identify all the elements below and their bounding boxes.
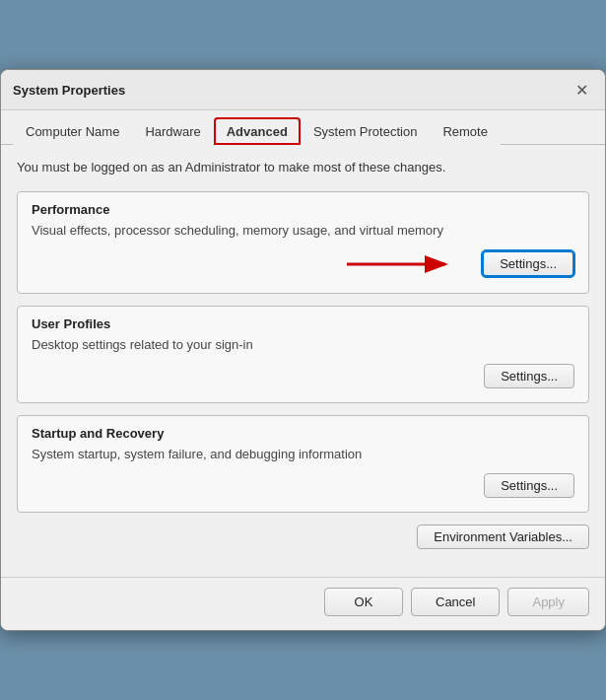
- admin-note: You must be logged on as an Administrato…: [17, 159, 589, 176]
- startup-recovery-title: Startup and Recovery: [32, 426, 574, 441]
- tab-content: You must be logged on as an Administrato…: [1, 145, 605, 576]
- close-button[interactable]: ✕: [570, 78, 593, 102]
- dialog-title: System Properties: [13, 83, 125, 98]
- startup-recovery-section: Startup and Recovery System startup, sys…: [17, 415, 589, 513]
- performance-title: Performance: [32, 202, 574, 217]
- performance-btn-row: Settings...: [32, 249, 574, 279]
- user-profiles-settings-button[interactable]: Settings...: [484, 364, 574, 388]
- cancel-button[interactable]: Cancel: [411, 588, 500, 616]
- startup-recovery-desc: System startup, system failure, and debu…: [32, 447, 574, 461]
- user-profiles-title: User Profiles: [32, 316, 574, 331]
- tab-computer-name[interactable]: Computer Name: [13, 117, 132, 145]
- tab-bar: Computer Name Hardware Advanced System P…: [1, 110, 605, 145]
- startup-recovery-btn-row: Settings...: [32, 473, 574, 498]
- dialog-footer: OK Cancel Apply: [1, 577, 605, 630]
- tab-hardware[interactable]: Hardware: [132, 117, 213, 145]
- performance-desc: Visual effects, processor scheduling, me…: [32, 223, 574, 238]
- apply-button[interactable]: Apply: [507, 588, 589, 616]
- env-vars-row: Environment Variables...: [17, 525, 589, 549]
- startup-recovery-settings-button[interactable]: Settings...: [484, 473, 574, 498]
- performance-settings-button[interactable]: Settings...: [482, 250, 574, 277]
- title-bar: System Properties ✕: [1, 70, 605, 110]
- system-properties-dialog: System Properties ✕ Computer Name Hardwa…: [0, 69, 606, 630]
- tab-advanced[interactable]: Advanced: [214, 117, 301, 145]
- tab-system-protection[interactable]: System Protection: [301, 117, 431, 145]
- tab-remote[interactable]: Remote: [430, 117, 501, 145]
- ok-button[interactable]: OK: [324, 588, 403, 616]
- user-profiles-desc: Desktop settings related to your sign-in: [32, 337, 574, 352]
- arrow-indicator: [32, 249, 470, 279]
- user-profiles-btn-row: Settings...: [32, 364, 574, 388]
- red-arrow-icon: [342, 249, 460, 279]
- performance-section: Performance Visual effects, processor sc…: [17, 191, 589, 294]
- environment-variables-button[interactable]: Environment Variables...: [417, 525, 589, 549]
- user-profiles-section: User Profiles Desktop settings related t…: [17, 306, 589, 403]
